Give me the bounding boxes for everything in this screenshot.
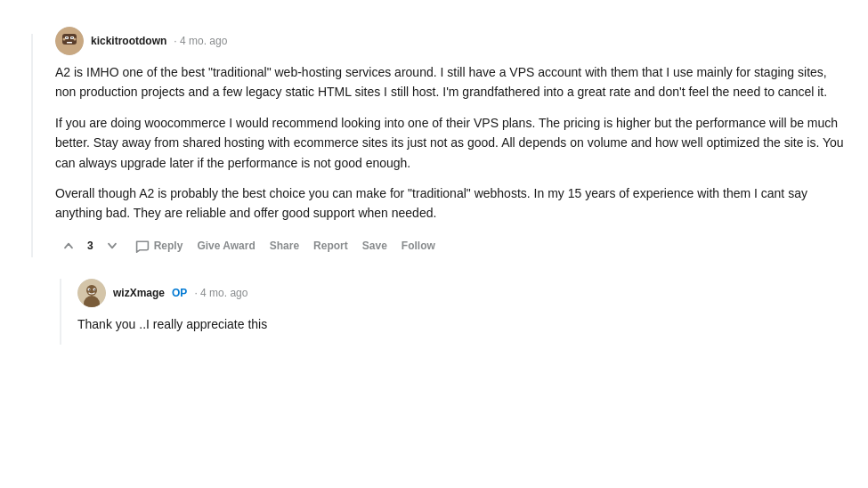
- comment-2-text: Thank you ..I really appreciate this: [77, 314, 850, 334]
- avatar-wizxmage: [77, 279, 106, 307]
- comment-1: kickitrootdown · 4 mo. ago A2 is IMHO on…: [18, 18, 850, 266]
- comment-thread-line: [31, 34, 33, 257]
- vote-count: 3: [85, 240, 95, 252]
- comment-2-header: wizXmage OP · 4 mo. ago: [77, 279, 850, 307]
- username-1[interactable]: kickitrootdown: [91, 35, 166, 47]
- page-container: kickitrootdown · 4 mo. ago A2 is IMHO on…: [0, 0, 868, 362]
- reply-indent-spacer: [18, 279, 46, 345]
- follow-button[interactable]: Follow: [396, 236, 441, 256]
- svg-point-8: [74, 38, 77, 41]
- comment-1-para-3: Overall though A2 is probably the best c…: [55, 183, 850, 224]
- comment-1-body: A2 is IMHO one of the best "traditional"…: [55, 62, 850, 224]
- comment-1-actions: 3 Reply: [55, 234, 850, 257]
- give-award-button[interactable]: Give Award: [191, 236, 260, 256]
- save-label: Save: [362, 240, 387, 252]
- give-award-label: Give Award: [197, 240, 255, 252]
- report-label: Report: [313, 240, 348, 252]
- svg-rect-4: [66, 37, 68, 38]
- username-2[interactable]: wizXmage: [113, 287, 165, 299]
- svg-point-7: [63, 38, 66, 41]
- comment-2-main: wizXmage OP · 4 mo. ago Thank you ..I re…: [61, 279, 850, 345]
- report-button[interactable]: Report: [308, 236, 353, 256]
- reply-button[interactable]: Reply: [129, 234, 189, 257]
- svg-rect-5: [71, 37, 73, 38]
- comment-2-body: Thank you ..I really appreciate this: [77, 314, 850, 334]
- downvote-button[interactable]: [99, 234, 126, 257]
- downvote-icon: [104, 238, 120, 254]
- timestamp-1: · 4 mo. ago: [174, 35, 227, 47]
- svg-point-15: [94, 289, 96, 290]
- vote-sidebar: [18, 27, 46, 257]
- timestamp-2: · 4 mo. ago: [194, 287, 247, 299]
- reply-label: Reply: [154, 240, 183, 252]
- vote-group: 3: [55, 234, 126, 257]
- svg-point-14: [89, 289, 91, 290]
- comment-1-main: kickitrootdown · 4 mo. ago A2 is IMHO on…: [46, 27, 850, 257]
- comment-1-para-2: If you are doing woocommerce I would rec…: [55, 113, 850, 173]
- svg-rect-6: [67, 42, 72, 44]
- avatar-kickitrootdown: [55, 27, 84, 55]
- comment-1-para-1: A2 is IMHO one of the best "traditional"…: [55, 62, 850, 102]
- upvote-icon: [61, 238, 77, 254]
- op-badge: OP: [172, 287, 187, 299]
- share-button[interactable]: Share: [264, 236, 304, 256]
- follow-label: Follow: [402, 240, 435, 252]
- share-label: Share: [270, 240, 299, 252]
- save-button[interactable]: Save: [357, 236, 393, 256]
- upvote-button[interactable]: [55, 234, 82, 257]
- reply-icon: [134, 238, 150, 254]
- comment-2: wizXmage OP · 4 mo. ago Thank you ..I re…: [18, 270, 850, 345]
- comment-1-header: kickitrootdown · 4 mo. ago: [55, 27, 850, 55]
